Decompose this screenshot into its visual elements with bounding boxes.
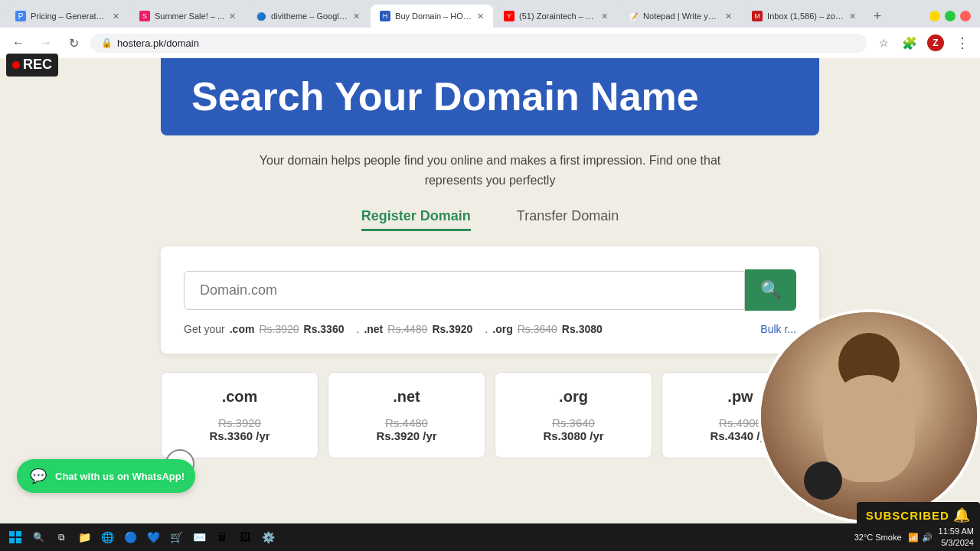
tab-register-domain[interactable]: Register Domain: [361, 208, 471, 231]
net-ext: .net: [364, 323, 383, 335]
tab-favicon: 🔵: [256, 11, 266, 21]
hero-banner: Search Your Domain Name: [161, 58, 819, 135]
reload-button[interactable]: ↻: [63, 32, 84, 54]
taskbar: 🔍 ⧉ 📁 🌐 🔵 💙 🛒 ✉️ 🖩 🖼 ⚙️ 32°C Smoke 📶 🔊 1…: [0, 523, 980, 551]
domain-tabs: Register Domain Transfer Domain: [0, 208, 980, 231]
tab-zoraintech[interactable]: Y (51) Zoraintech – You... ✕: [495, 5, 617, 28]
mail-icon[interactable]: ✉️: [190, 528, 208, 546]
pricing-row: Get your .com Rs.3920 Rs.3360 . .net Rs.…: [184, 323, 796, 335]
domain-search-button[interactable]: 🔍: [745, 269, 796, 311]
maximize-button[interactable]: [945, 11, 956, 21]
com-new-price: Rs.3360: [304, 323, 345, 335]
tray-icons: 📶 🔊: [908, 533, 933, 543]
start-button[interactable]: [6, 528, 24, 546]
rec-badge: REC: [6, 54, 58, 77]
com-old-price: Rs.3920: [259, 323, 299, 335]
url-bar[interactable]: 🔒 hostera.pk/domain: [90, 34, 867, 53]
settings-icon[interactable]: ⚙️: [259, 528, 277, 546]
com-ext: .com: [230, 323, 255, 335]
tab-close-icon[interactable]: ✕: [849, 11, 856, 21]
org-old-price: Rs.3640: [518, 323, 557, 335]
close-button[interactable]: [960, 11, 971, 21]
domain-card-org: .org Rs.3640 Rs.3080 /yr: [495, 372, 652, 458]
security-lock-icon: 🔒: [101, 37, 113, 48]
windows-icon: [9, 531, 21, 543]
tab-label: Pricing – GeneratePr...: [31, 11, 108, 21]
store-icon[interactable]: 🛒: [167, 528, 185, 546]
nav-bar: ← → ↻ 🔒 hostera.pk/domain ☆ 🧩 Z ⋮: [0, 28, 980, 58]
tab-close-icon[interactable]: ✕: [229, 11, 236, 21]
tab-close-icon[interactable]: ✕: [477, 11, 484, 21]
nav-icons: ☆ 🧩 Z ⋮: [873, 32, 972, 54]
taskbar-time: 11:59 AM 5/3/2024: [939, 526, 974, 549]
search-row: 🔍: [184, 269, 796, 311]
weather-label: 32°C Smoke: [854, 533, 902, 542]
org-ext: .org: [492, 323, 512, 335]
vscode-icon[interactable]: 💙: [144, 528, 162, 546]
bookmark-star-icon[interactable]: ☆: [873, 32, 894, 54]
chrome-icon[interactable]: 🔵: [121, 528, 139, 546]
tab-notepad[interactable]: 📝 Notepad | Write you... ✕: [619, 5, 741, 28]
menu-icon[interactable]: ⋮: [951, 32, 972, 54]
tab-label: Summer Sale! – ...: [155, 11, 224, 21]
card-old-org: Rs.3640: [508, 416, 639, 429]
tab-buy-domain[interactable]: H Buy Domain – HOST... ✕: [371, 5, 493, 28]
tab-close-icon[interactable]: ✕: [353, 11, 360, 21]
card-new-com: Rs.3360 /yr: [174, 429, 305, 442]
browser-chrome: P Pricing – GeneratePr... ✕ S Summer Sal…: [0, 0, 980, 58]
whatsapp-icon: 💬: [28, 465, 49, 487]
tab-favicon: S: [139, 11, 150, 21]
card-old-com: Rs.3920: [174, 416, 305, 429]
search-container: 🔍 Get your .com Rs.3920 Rs.3360 . .net R…: [161, 246, 819, 354]
tab-favicon: P: [15, 11, 26, 21]
net-old-price: Rs.4480: [387, 323, 427, 335]
card-new-net: Rs.3920 /yr: [341, 429, 472, 442]
tab-summer-sale[interactable]: S Summer Sale! – ... ✕: [130, 5, 245, 28]
tab-favicon: H: [380, 11, 390, 21]
tab-divitheme[interactable]: 🔵 divitheme – Google ... ✕: [247, 5, 369, 28]
subscribed-label: SUBSCRIBED: [866, 509, 949, 522]
clock-time: 11:59 AM: [939, 526, 974, 537]
calc-icon[interactable]: 🖩: [213, 528, 231, 546]
separator2: .: [485, 323, 488, 335]
search-taskbar-icon[interactable]: 🔍: [29, 528, 47, 546]
taskview-icon[interactable]: ⧉: [52, 528, 70, 546]
url-text: hostera.pk/domain: [117, 37, 199, 49]
domain-search-input[interactable]: [184, 271, 745, 310]
forward-button[interactable]: →: [35, 32, 57, 54]
presenter-face: [761, 312, 977, 520]
page-subtitle: Your domain helps people find you online…: [245, 151, 735, 190]
svg-rect-3: [16, 538, 21, 543]
org-new-price: Rs.3080: [562, 323, 603, 335]
tab-label: Inbox (1,586) – zoran...: [767, 11, 844, 21]
whatsapp-chat-button[interactable]: 💬 Chat with us on WhatsApp!: [17, 459, 195, 493]
domain-card-net: .net Rs.4480 Rs.3920 /yr: [328, 372, 485, 458]
photos-icon[interactable]: 🖼: [236, 528, 254, 546]
extensions-icon[interactable]: 🧩: [899, 32, 920, 54]
network-icon: 📶: [908, 533, 919, 543]
tab-close-icon[interactable]: ✕: [601, 11, 608, 21]
volume-icon: 🔊: [922, 533, 933, 543]
new-tab-button[interactable]: +: [867, 5, 888, 27]
bell-icon: 🔔: [953, 507, 971, 523]
edge-icon[interactable]: 🌐: [98, 528, 116, 546]
tab-pricing[interactable]: P Pricing – GeneratePr... ✕: [6, 5, 129, 28]
back-button[interactable]: ←: [8, 32, 29, 54]
tab-close-icon[interactable]: ✕: [725, 11, 732, 21]
svg-rect-1: [16, 531, 21, 536]
card-old-net: Rs.4480: [341, 416, 472, 429]
separator: .: [356, 323, 359, 335]
svg-rect-2: [9, 538, 15, 543]
tab-label: Buy Domain – HOST...: [395, 11, 472, 21]
pricing-label: Get your: [184, 323, 225, 335]
profile-icon[interactable]: Z: [925, 32, 946, 54]
file-explorer-icon[interactable]: 📁: [75, 528, 93, 546]
tab-close-icon[interactable]: ✕: [113, 11, 119, 21]
card-ext-net: .net: [341, 388, 472, 406]
domain-cards-row: .com Rs.3920 Rs.3360 /yr .net Rs.4480 Rs…: [161, 372, 819, 458]
tab-inbox[interactable]: M Inbox (1,586) – zoran... ✕: [743, 5, 865, 28]
video-overlay: [758, 309, 980, 523]
minimize-button[interactable]: [929, 11, 940, 21]
tab-transfer-domain[interactable]: Transfer Domain: [517, 208, 619, 231]
tab-favicon: Y: [504, 11, 514, 21]
